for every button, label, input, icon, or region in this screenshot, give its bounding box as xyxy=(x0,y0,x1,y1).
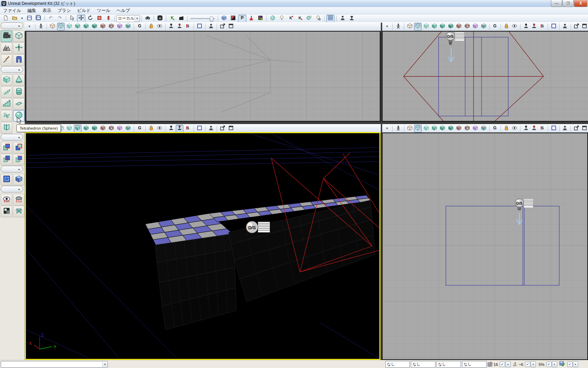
sheet-primitive-button[interactable] xyxy=(13,98,24,110)
wireframe-button[interactable] xyxy=(57,23,65,30)
maximize-viewport-button[interactable] xyxy=(581,125,588,132)
unlit-button[interactable] xyxy=(65,23,73,30)
shader-complexity-button[interactable]: $ xyxy=(463,23,471,30)
actor-info-field-3[interactable]: なし xyxy=(436,361,461,368)
lighting-only-button[interactable] xyxy=(447,125,454,132)
realtime-button[interactable] xyxy=(37,23,45,30)
curved-staircase-primitive-button[interactable] xyxy=(1,86,12,98)
transform-space-combo[interactable]: ローカル▼ xyxy=(116,15,140,22)
detail-lighting-button[interactable] xyxy=(439,125,446,132)
possess-button[interactable] xyxy=(530,23,538,30)
unlit-button[interactable] xyxy=(422,125,430,132)
options-menu-button[interactable]: ▼ xyxy=(26,23,33,30)
redo-button[interactable]: ↷ xyxy=(56,15,64,22)
region-capture-button[interactable] xyxy=(196,23,203,30)
terrain-mode-button[interactable] xyxy=(1,42,12,54)
viewport-canvas-bottom-right[interactable]: D/S xyxy=(383,133,587,359)
matinee-button[interactable] xyxy=(177,15,186,22)
show-flags-button[interactable] xyxy=(511,23,518,30)
game-view-button[interactable]: G xyxy=(491,125,499,132)
float-viewport-button[interactable] xyxy=(219,125,226,132)
sphere-bulb-button[interactable] xyxy=(305,15,313,22)
maximize-viewport-button[interactable] xyxy=(581,23,588,30)
k-branch2-button[interactable]: K xyxy=(296,15,304,22)
texture-density-button[interactable] xyxy=(99,125,107,132)
menu-ヘルプ[interactable]: ヘルプ xyxy=(113,7,133,14)
possess-button[interactable] xyxy=(176,125,183,132)
lit-button[interactable] xyxy=(74,125,82,132)
shader-complexity-button[interactable]: $ xyxy=(463,125,471,132)
texture-align-mode-button[interactable]: T xyxy=(13,42,24,54)
sphere-actor-button[interactable] xyxy=(268,15,277,22)
rotation-grid-size-checkbox[interactable]: ✔ xyxy=(525,362,530,367)
scale3d-tool-button[interactable] xyxy=(104,15,113,22)
csg-deintersect-button[interactable] xyxy=(13,154,24,165)
lit-button[interactable] xyxy=(430,125,438,132)
rotate-tool-button[interactable] xyxy=(86,15,94,22)
actor-info-field-4[interactable]: なし xyxy=(462,361,486,368)
scale-grid-size-dropdown[interactable]: ▼ xyxy=(552,361,557,367)
special-brush-button[interactable] xyxy=(1,174,12,185)
csg-add-button[interactable] xyxy=(1,142,12,154)
bg-toggle-button[interactable] xyxy=(229,15,237,22)
lightmap-density-button[interactable] xyxy=(116,23,124,30)
select-tool-button[interactable] xyxy=(68,15,76,22)
light-complexity-button[interactable] xyxy=(480,23,487,30)
physics-p-button[interactable]: P xyxy=(238,15,246,22)
lit-button[interactable] xyxy=(430,23,438,30)
content-browser-button[interactable]: U xyxy=(156,15,164,22)
texture-density-button[interactable] xyxy=(455,23,463,30)
cylinder-primitive-button[interactable] xyxy=(13,86,24,98)
volumetric-primitive-button[interactable] xyxy=(1,122,12,134)
minimize-button[interactable]: — xyxy=(551,0,562,7)
light-complexity-button[interactable] xyxy=(480,125,487,132)
rollup-header[interactable]: ▲ xyxy=(1,134,23,141)
lightmap-density-button[interactable] xyxy=(472,23,479,30)
camera-speed-slider[interactable] xyxy=(190,16,215,21)
region-capture-button[interactable] xyxy=(550,125,557,132)
open-menu-button[interactable]: ▼ xyxy=(20,15,24,22)
publish-button[interactable] xyxy=(561,125,569,132)
title-bar[interactable]: U Unreal Development Kit (32 ビット) — ❐ X xyxy=(0,0,588,7)
bulb-eye-button[interactable] xyxy=(314,15,322,22)
viewport-canvas-top-left[interactable] xyxy=(26,32,380,121)
detail-lighting-button[interactable] xyxy=(82,23,90,30)
squint-button[interactable]: S xyxy=(539,125,546,132)
invert-selection-button[interactable] xyxy=(1,206,12,217)
lighting-only-button[interactable] xyxy=(447,23,454,30)
drop-to-grid-button[interactable] xyxy=(247,15,255,22)
light-actor[interactable]: D/S xyxy=(246,221,270,233)
add-volume-button[interactable] xyxy=(13,174,24,185)
game-view-button[interactable]: G xyxy=(136,125,144,132)
unlit-button[interactable] xyxy=(65,125,73,132)
menu-ツール[interactable]: ツール xyxy=(94,7,113,14)
show-flags-button[interactable] xyxy=(156,23,163,30)
light-complexity-button[interactable] xyxy=(124,125,132,132)
menu-ブラシ[interactable]: ブラシ xyxy=(54,7,74,14)
squint-button[interactable]: S xyxy=(539,23,546,30)
new-file-button[interactable] xyxy=(1,15,10,22)
lock-viewport-button[interactable] xyxy=(503,125,510,132)
drag-grid-size-checkbox[interactable]: ✔ xyxy=(500,362,505,367)
wireframe-button[interactable] xyxy=(414,23,421,30)
play-in-viewport-button[interactable] xyxy=(522,125,530,132)
float-viewport-button[interactable] xyxy=(573,23,580,30)
brush-wireframe-button[interactable] xyxy=(49,23,56,30)
game-view-button[interactable]: G xyxy=(136,23,144,30)
find-button[interactable] xyxy=(144,15,152,22)
brush-clip-mode-button[interactable] xyxy=(13,54,24,66)
lock-viewport-button[interactable] xyxy=(503,23,510,30)
actor-info-field-1[interactable]: なし xyxy=(385,361,410,368)
lock-viewport-button[interactable] xyxy=(147,23,155,30)
possess-button[interactable] xyxy=(176,23,183,30)
brush-wireframe-button[interactable] xyxy=(406,125,413,132)
staircase-primitive-button[interactable] xyxy=(1,98,12,110)
k-branch1-button[interactable]: K xyxy=(287,15,295,22)
play-in-viewport-button[interactable] xyxy=(167,125,175,132)
close-button[interactable]: X xyxy=(574,0,587,7)
region-capture-button[interactable] xyxy=(196,125,203,132)
options-menu-button[interactable]: ▼ xyxy=(383,125,391,132)
realtime-button[interactable] xyxy=(394,23,402,30)
show-flags-button[interactable] xyxy=(156,125,163,132)
publish-person-button[interactable] xyxy=(338,15,347,22)
